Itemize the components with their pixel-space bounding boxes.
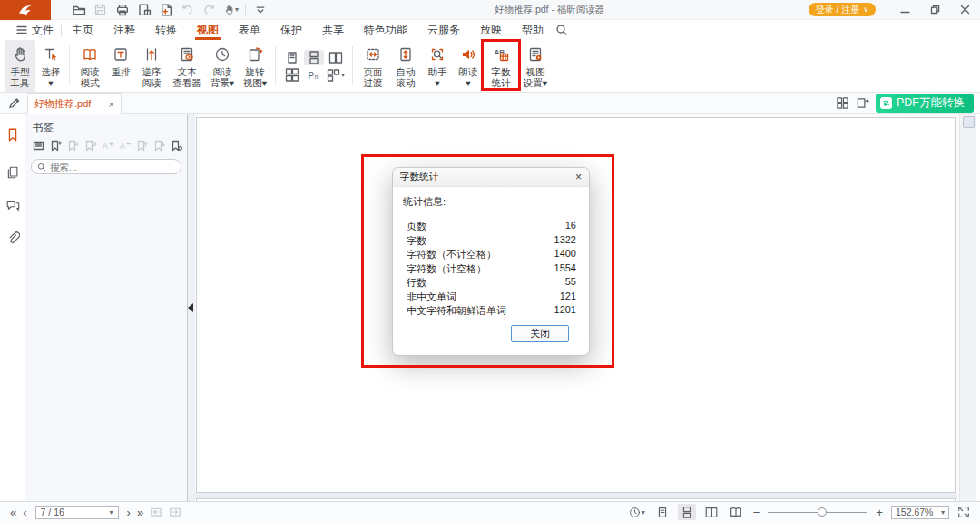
customize-toolbar-icon[interactable]	[252, 2, 268, 17]
ribbon-reading-background-button[interactable]: 阅读 背景▾	[207, 40, 238, 92]
locate-bookmark-icon[interactable]	[84, 140, 96, 152]
demote-bookmark-icon[interactable]	[153, 140, 165, 152]
menu-tab-form[interactable]: 表单	[229, 20, 270, 40]
continuous-page-button[interactable]	[678, 504, 696, 520]
dialog-close-icon[interactable]: ×	[575, 172, 582, 182]
book-view-button[interactable]	[727, 504, 745, 520]
sidebar-tab-comments[interactable]	[0, 192, 25, 218]
next-view-button[interactable]	[167, 504, 183, 520]
ribbon-page-transition-button[interactable]: 页面 过渡	[358, 40, 388, 92]
caret-down-icon: ▾	[341, 71, 345, 79]
layout-continuous-button[interactable]	[304, 50, 324, 65]
text-viewer-icon	[178, 45, 196, 64]
search-icon[interactable]	[555, 24, 568, 36]
document-tab[interactable]: 好物推荐.pdf ×	[27, 93, 122, 114]
close-button[interactable]: 关闭	[511, 325, 569, 342]
save-icon[interactable]	[93, 2, 108, 17]
promote-bookmark-icon[interactable]	[136, 140, 148, 152]
scrollbar-thumb[interactable]	[963, 116, 975, 128]
zoom-slider[interactable]	[768, 506, 867, 518]
open-file-icon[interactable]	[71, 2, 86, 17]
fullscreen-button[interactable]	[956, 504, 972, 520]
first-page-button[interactable]: «	[8, 507, 18, 518]
zoom-out-button[interactable]: −	[751, 507, 762, 518]
layout-facing-continuous-button[interactable]	[282, 67, 302, 83]
navigation-icon-strip	[0, 114, 25, 501]
layout-separate-cover-button[interactable]: Pn	[304, 67, 324, 83]
ribbon-reverse-reading-button[interactable]: 逆序 阅读	[136, 40, 167, 92]
grid-view-icon[interactable]	[836, 96, 849, 110]
reading-background-button[interactable]: ▾	[626, 504, 647, 520]
delete-bookmark-icon[interactable]	[67, 140, 79, 152]
menu-tab-share[interactable]: 共享	[312, 20, 354, 40]
ribbon-text-viewer-button[interactable]: 文本 查看器	[169, 40, 205, 92]
ribbon-word-count-button[interactable]: AB 字数 统计	[485, 40, 517, 92]
page-number-input[interactable]: 7 / 16 ▾	[35, 506, 119, 519]
bookmark-search-box[interactable]	[31, 159, 181, 174]
sidebar-tab-bookmarks[interactable]	[0, 122, 25, 147]
single-page-button[interactable]	[653, 504, 671, 520]
menu-bar: 文件 主页 注释 转换 视图 表单 保护 共享 特色功能 云服务 放映 帮助	[0, 20, 980, 40]
previous-view-button[interactable]	[148, 504, 164, 520]
ribbon-reflow-button[interactable]: 重排	[107, 40, 134, 92]
facing-page-button[interactable]	[702, 504, 720, 520]
reflow-icon	[112, 45, 130, 64]
hand-tool-quick-icon[interactable]: ▾	[223, 2, 239, 17]
sidebar-tab-attachments[interactable]	[0, 225, 25, 251]
close-button[interactable]	[952, 1, 978, 19]
login-register-button[interactable]: 登录 / 注册 ∨	[808, 3, 876, 16]
layout-facing-button[interactable]	[326, 50, 346, 65]
sidebar-tab-pages[interactable]	[0, 160, 25, 185]
ribbon-rotate-view-button[interactable]: 旋转 视图▾	[240, 40, 270, 92]
restore-button[interactable]	[922, 1, 948, 19]
export-icon[interactable]	[136, 2, 152, 17]
sidebar-collapse-handle[interactable]	[183, 303, 193, 312]
menu-tab-present[interactable]: 放映	[470, 20, 512, 40]
bookmark-search-input[interactable]	[50, 162, 175, 172]
layout-single-page-button[interactable]	[282, 50, 302, 65]
zoom-in-button[interactable]: +	[874, 507, 885, 518]
menu-tab-comment[interactable]: 注释	[103, 20, 145, 40]
rotate-view-icon	[246, 45, 264, 64]
switch-page-icon[interactable]	[856, 96, 869, 110]
app-logo[interactable]	[0, 0, 51, 20]
quick-access-toolbar: ▾	[71, 2, 268, 17]
collapse-bookmarks-icon[interactable]: A	[119, 140, 131, 152]
menu-tab-cloud[interactable]: 云服务	[417, 20, 470, 40]
bookmark-panel-menu-icon[interactable]	[33, 140, 44, 152]
menu-tab-convert[interactable]: 转换	[145, 20, 187, 40]
ribbon-read-aloud-button[interactable]: 朗读 ▾	[454, 40, 483, 92]
ribbon-hand-tool-button[interactable]: 手型 工具	[5, 40, 35, 92]
ribbon-assistant-button[interactable]: 助手 ▾	[423, 40, 452, 92]
bookmark-settings-icon[interactable]	[171, 140, 182, 152]
add-bookmark-icon[interactable]	[50, 140, 62, 152]
tab-close-icon[interactable]: ×	[109, 99, 114, 110]
ribbon-select-button[interactable]: 选择 ▾	[37, 40, 64, 92]
menu-tab-features[interactable]: 特色功能	[354, 20, 417, 40]
pencil-icon[interactable]	[7, 96, 21, 110]
menu-tab-home[interactable]: 主页	[62, 20, 103, 40]
ribbon-view-settings-button[interactable]: 视图 设置▾	[519, 40, 552, 92]
ribbon-read-mode-button[interactable]: 阅读 模式	[74, 40, 105, 92]
create-pdf-icon[interactable]	[158, 2, 173, 17]
zoom-slider-thumb[interactable]	[818, 507, 827, 517]
prev-page-button[interactable]: ‹	[21, 507, 28, 518]
minimize-button[interactable]	[892, 1, 918, 19]
vertical-scrollbar[interactable]	[959, 114, 976, 501]
file-menu-button[interactable]: 文件	[9, 20, 61, 40]
print-icon[interactable]	[114, 2, 130, 17]
layout-split-view-button[interactable]: ▾	[326, 67, 346, 83]
tabbar-right-controls: PDF万能转换	[836, 94, 974, 113]
menu-tab-protect[interactable]: 保护	[270, 20, 312, 40]
last-page-button[interactable]: »	[135, 507, 145, 518]
next-page-button[interactable]: ›	[125, 507, 132, 518]
dialog-title-bar[interactable]: 字数统计 ×	[393, 168, 589, 187]
expand-bookmarks-icon[interactable]: A	[102, 140, 113, 152]
menu-tab-view[interactable]: 视图	[187, 20, 229, 40]
undo-icon[interactable]	[180, 2, 195, 17]
menu-tab-help[interactable]: 帮助	[512, 20, 554, 40]
redo-icon[interactable]	[201, 2, 217, 17]
zoom-level-input[interactable]: 152.67% ▾	[891, 506, 949, 519]
pdf-convert-button[interactable]: PDF万能转换	[876, 94, 974, 113]
ribbon-auto-scroll-button[interactable]: 自动 滚动	[390, 40, 421, 92]
